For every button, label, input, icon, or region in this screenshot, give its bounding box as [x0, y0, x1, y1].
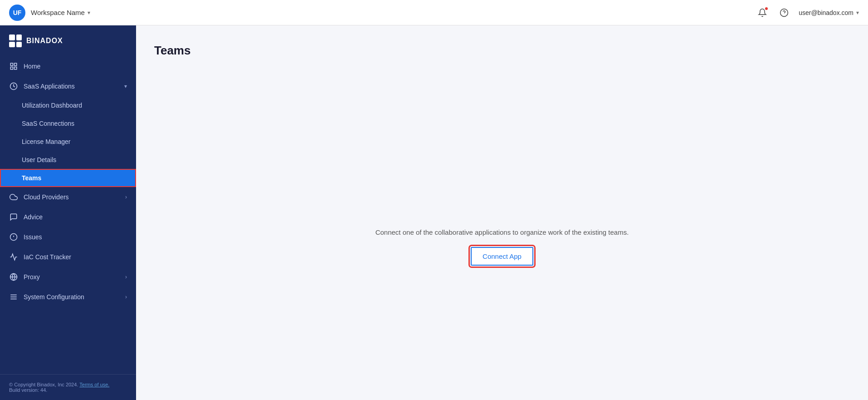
- sidebar-item-iac-cost-tracker[interactable]: IaC Cost Tracker: [0, 247, 136, 267]
- header-left: UF Workspace Name ▾: [0, 5, 90, 21]
- empty-state: Connect one of the collaborative applica…: [154, 112, 850, 382]
- proxy-chevron-icon: ›: [125, 274, 127, 280]
- sidebar-item-home[interactable]: Home: [0, 56, 136, 76]
- sidebar-item-user-details[interactable]: User Details: [0, 151, 136, 169]
- license-manager-label: License Manager: [22, 138, 127, 145]
- build-version-text: Build version: 44.: [9, 387, 127, 393]
- layout: BINADOX Home SaaS Applications ▾ Utiliza…: [0, 0, 868, 400]
- help-icon: [780, 8, 789, 17]
- saas-connections-label: SaaS Connections: [22, 120, 127, 127]
- sidebar-item-system-configuration[interactable]: System Configuration ›: [0, 287, 136, 307]
- header: UF Workspace Name ▾ user@binadox.com ▾: [0, 0, 868, 25]
- sidebar-item-advice[interactable]: Advice: [0, 207, 136, 227]
- sidebar-item-saas-applications[interactable]: SaaS Applications ▾: [0, 76, 136, 96]
- connect-app-button[interactable]: Connect App: [471, 247, 533, 266]
- copyright-text: © Copyright Binadox, Inc 2024. Terms of …: [9, 382, 127, 387]
- user-menu-button[interactable]: user@binadox.com ▾: [799, 9, 859, 16]
- sidebar-item-proxy-label: Proxy: [24, 273, 120, 281]
- sidebar-item-license-manager[interactable]: License Manager: [0, 133, 136, 151]
- svg-rect-2: [10, 63, 13, 65]
- cloud-providers-icon: [9, 193, 18, 202]
- sidebar-item-proxy[interactable]: Proxy ›: [0, 267, 136, 287]
- sidebar-nav: Home SaaS Applications ▾ Utilization Das…: [0, 52, 136, 374]
- user-details-label: User Details: [22, 156, 127, 163]
- sidebar-item-cloud-providers[interactable]: Cloud Providers ›: [0, 187, 136, 207]
- sidebar-item-home-label: Home: [24, 63, 127, 70]
- user-email-label: user@binadox.com: [799, 9, 853, 16]
- iac-cost-tracker-icon: [9, 252, 18, 262]
- utilization-dashboard-label: Utilization Dashboard: [22, 102, 127, 109]
- main-content: Teams Connect one of the collaborative a…: [136, 25, 868, 400]
- sidebar-item-iac-cost-tracker-label: IaC Cost Tracker: [24, 253, 127, 261]
- sidebar-footer: © Copyright Binadox, Inc 2024. Terms of …: [0, 374, 136, 400]
- workspace-chevron-icon: ▾: [88, 10, 90, 16]
- notifications-button[interactable]: [755, 5, 770, 20]
- teams-label: Teams: [22, 174, 127, 182]
- issues-icon: [9, 232, 18, 242]
- cloud-providers-chevron-icon: ›: [125, 194, 127, 200]
- svg-rect-3: [15, 63, 17, 65]
- sidebar-item-cloud-providers-label: Cloud Providers: [24, 193, 120, 201]
- sidebar-item-saas-connections[interactable]: SaaS Connections: [0, 114, 136, 133]
- sidebar: BINADOX Home SaaS Applications ▾ Utiliza…: [0, 25, 136, 400]
- help-button[interactable]: [777, 5, 791, 20]
- sidebar-item-issues-label: Issues: [24, 233, 127, 241]
- home-icon: [9, 62, 18, 71]
- brand-name: BINADOX: [26, 37, 63, 45]
- sidebar-item-system-configuration-label: System Configuration: [24, 293, 120, 301]
- header-right: user@binadox.com ▾: [755, 5, 859, 20]
- sidebar-item-teams[interactable]: Teams: [0, 169, 136, 187]
- system-configuration-chevron-icon: ›: [125, 294, 127, 300]
- logo-grid-icon: [9, 35, 22, 47]
- svg-rect-5: [10, 67, 13, 69]
- terms-of-use-link[interactable]: Terms of use.: [79, 382, 109, 387]
- sidebar-item-utilization-dashboard[interactable]: Utilization Dashboard: [0, 96, 136, 114]
- empty-state-text: Connect one of the collaborative applica…: [375, 228, 629, 236]
- sidebar-item-advice-label: Advice: [24, 213, 127, 221]
- sidebar-item-saas-applications-label: SaaS Applications: [24, 83, 119, 90]
- workspace-avatar: UF: [9, 5, 25, 21]
- notification-badge: [764, 6, 769, 11]
- saas-applications-chevron-icon: ▾: [124, 83, 127, 89]
- saas-applications-icon: [9, 82, 18, 91]
- user-menu-chevron-icon: ▾: [856, 10, 859, 16]
- workspace-name-label: Workspace Name: [31, 9, 85, 16]
- sidebar-logo: BINADOX: [0, 25, 136, 52]
- system-configuration-icon: [9, 292, 18, 301]
- sidebar-item-issues[interactable]: Issues: [0, 227, 136, 247]
- svg-rect-4: [15, 67, 17, 69]
- workspace-name-button[interactable]: Workspace Name ▾: [31, 9, 90, 16]
- page-title: Teams: [154, 44, 850, 58]
- advice-icon: [9, 212, 18, 222]
- proxy-icon: [9, 272, 18, 281]
